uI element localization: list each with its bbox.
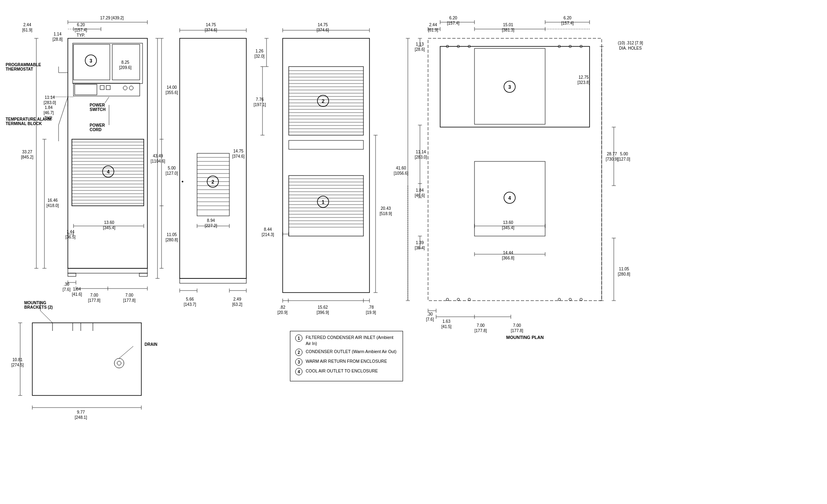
svg-rect-115 [283, 38, 369, 293]
svg-text:2: 2 [322, 98, 325, 104]
svg-rect-182 [440, 46, 590, 127]
svg-rect-6 [100, 86, 104, 90]
legend-item-4: 4 COOL AIR OUTLET TO ENCLOSURE [295, 368, 398, 375]
dim-side-width-bot: 8.94[227.2] [205, 218, 217, 228]
svg-point-114 [182, 181, 183, 182]
label-mounting-brackets: MOUNTINGBRACKETS (2) [24, 301, 53, 310]
dim-mp-11-05: 11.05[280.8] [618, 266, 630, 277]
svg-text:2: 2 [212, 179, 214, 185]
dim-mp-11-14: 11.14[283.0] [415, 149, 427, 160]
dim-v2-base1: .82[20.9] [277, 305, 288, 315]
svg-rect-116 [289, 67, 363, 135]
mounting-plan-label: MOUNTING PLAN [485, 335, 565, 340]
legend-circle-3: 3 [295, 358, 302, 366]
dim-mp-1-39: 1.39[35.4] [415, 240, 425, 251]
svg-rect-31 [68, 268, 147, 273]
dim-bottom-h: 10.81[274.5] [11, 357, 24, 368]
dim-base-mid: 1.64[41.6] [72, 287, 82, 297]
dim-v2-base3: .78[19.9] [366, 305, 376, 315]
dim-right3: 11.05[280.8] [166, 232, 178, 243]
dim-top-small: 1.14[28.8] [52, 31, 63, 42]
svg-rect-96 [180, 278, 246, 283]
label-power-switch: POWERSWITCH [90, 103, 105, 112]
dim-side-height: 43.49[1104.6] [151, 153, 165, 164]
dim-left-offset: 2.44[61.9] [22, 22, 32, 33]
svg-rect-32 [68, 273, 76, 276]
svg-text:3: 3 [90, 58, 92, 64]
dim-mp-1-13: 1.13[28.6] [415, 42, 425, 52]
dim-mp-7-00-1: 7.00[177.8] [474, 323, 487, 333]
dim-mp-0-30: .30[7.6] [426, 312, 434, 322]
legend-item-1: 1 FILTERED CONDENSER AIR INLET (Ambient … [295, 335, 398, 346]
dim-base-left: .30[7.6] [63, 282, 70, 292]
dim-side-base1: 5.66[143.7] [184, 297, 196, 307]
svg-rect-5 [75, 84, 97, 95]
dim-base-w2: 7.00[177.8] [123, 293, 136, 303]
svg-point-198 [558, 298, 560, 301]
dim-v2-lower-w: 8.44[214.3] [262, 227, 274, 237]
legend-circle-2: 2 [295, 349, 302, 356]
dim-mp-5-00: 5.00[127.0] [618, 151, 630, 162]
svg-rect-181 [428, 38, 602, 301]
dim-side-base2: 2.49[63.2] [232, 297, 242, 307]
dim-mp-1-63: 1.63[41.5] [441, 319, 451, 329]
legend-box: 1 FILTERED CONDENSER AIR INLET (Ambient … [290, 331, 403, 381]
dim-mid-width: 13.60[345.4] [103, 220, 115, 230]
dim-mp-holes: (10) .312 [7.9]DIA. HOLES [618, 40, 643, 51]
dim-left-indent: 1.44[36.5] [65, 229, 76, 240]
dim-base-w1: 7.00[177.8] [88, 293, 101, 303]
svg-point-200 [580, 298, 582, 301]
legend-text-3: WARM AIR RETURN FROM ENCLOSURE [306, 358, 387, 364]
dim-left-section: 11.14[283.0] [44, 95, 56, 105]
dim-side-width-top: 14.75[374.6] [205, 22, 217, 33]
dim-lower-section: 16.46[418.0] [46, 198, 59, 208]
svg-rect-138 [289, 176, 363, 236]
legend-text-2: CONDENSER OUTLET (Warm Ambient Air Out) [306, 349, 397, 355]
svg-point-199 [569, 298, 571, 301]
svg-line-267 [119, 346, 133, 358]
dim-v2-upper-h: 7.76[197.1] [254, 97, 266, 107]
dim-inner-width: 6.20[157.4]TYP. [75, 22, 87, 38]
svg-rect-33 [139, 273, 147, 276]
svg-line-78 [105, 97, 109, 103]
svg-rect-1 [73, 43, 143, 84]
svg-rect-7 [106, 86, 110, 90]
svg-line-76 [59, 97, 68, 125]
dim-mp-top-w1: 6.20[157.4] [447, 15, 460, 26]
svg-rect-252 [32, 323, 141, 395]
label-power-cord: POWERCORD [90, 123, 105, 132]
dim-right2: 5.00[127.0] [166, 165, 178, 176]
legend-item-3: 3 WARM AIR RETURN FROM ENCLOSURE [295, 358, 398, 366]
svg-point-197 [468, 298, 470, 301]
svg-rect-137 [289, 140, 363, 149]
dim-height-total: 33.27[845.2] [21, 149, 34, 160]
dim-bottom-w: 9.77[248.1] [75, 410, 87, 420]
svg-point-253 [114, 358, 124, 368]
dim-mp-top-w2: 6.20[157.4] [561, 15, 574, 26]
label-drain: DRAIN [145, 342, 157, 347]
svg-text:4: 4 [508, 195, 511, 201]
dim-mp-28-77: 28.77[730.9] [606, 151, 618, 162]
dim-right1: 14.00[355.6] [166, 85, 178, 95]
svg-point-254 [117, 361, 121, 365]
legend-circle-4: 4 [295, 368, 302, 375]
dim-side-bot-w: 14.75[374.6] [232, 148, 245, 159]
label-programmable-thermostat: PROGRAMMABLETHERMOSTAT [6, 63, 41, 71]
svg-rect-0 [68, 38, 147, 268]
dim-inner-box: 8.25[209.6] [119, 60, 132, 70]
dim-mp-total-h: 41.60[1056.6] [394, 165, 408, 176]
dim-v2-base2: 15.62[396.9] [317, 305, 329, 315]
svg-text:1: 1 [322, 199, 325, 205]
svg-point-8 [123, 86, 127, 90]
svg-line-265 [40, 311, 52, 323]
svg-point-195 [446, 298, 449, 301]
dim-mp-14-44: 14.44[366.8] [502, 250, 514, 261]
legend-text-1: FILTERED CONDENSER AIR INLET (Ambient Ai… [306, 335, 398, 346]
dim-mp-offset: 2.44[61.9] [428, 22, 438, 33]
main-container: 3 4 [0, 0, 827, 504]
dim-v2-width: 14.75[374.6] [317, 22, 329, 33]
dim-mp-13-60: 13.60[345.4] [502, 220, 514, 230]
svg-point-9 [129, 86, 133, 90]
dim-v2-mid-h: 20.43[518.9] [380, 206, 392, 216]
svg-text:3: 3 [508, 84, 511, 90]
